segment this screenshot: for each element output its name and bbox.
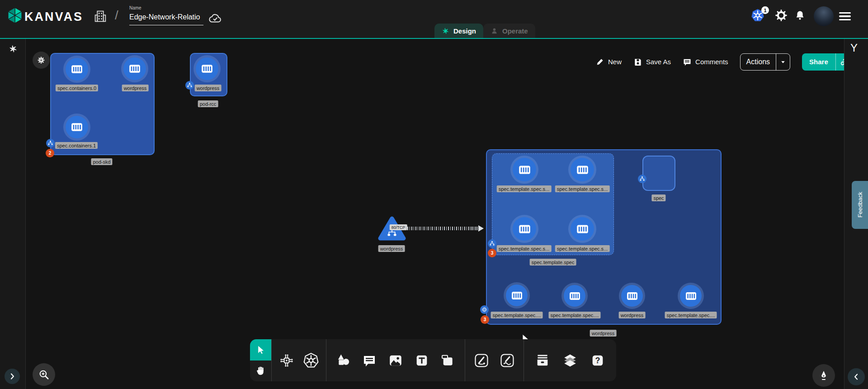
group-relationship-badge[interactable] [638, 175, 646, 183]
feedback-tab[interactable]: Feedback [852, 181, 868, 229]
comments-label: Comments [695, 58, 728, 66]
node-label: spec.template.spec.... [665, 312, 717, 318]
node-template-4[interactable] [571, 217, 594, 241]
shapes-tool[interactable] [335, 351, 353, 370]
save-as-label: Save As [646, 58, 671, 66]
settings-gear-icon[interactable] [775, 9, 788, 22]
drawer-icon [535, 353, 550, 368]
node-bottom-1[interactable] [506, 285, 528, 306]
tree-icon [639, 176, 645, 182]
layers-icon [562, 353, 578, 368]
tree-icon [47, 140, 53, 146]
group-count-badge[interactable]: 3 [481, 315, 489, 324]
tab-design[interactable]: Design [434, 24, 483, 38]
notifications-bell-icon[interactable] [794, 9, 806, 21]
edge-service-to-deployment[interactable] [406, 227, 479, 230]
group-count-badge[interactable]: 2 [46, 149, 54, 157]
node-label: spec.template.spec.... [549, 312, 601, 318]
y-panel-icon[interactable]: Y [850, 42, 858, 54]
components-tool[interactable] [278, 351, 296, 370]
node-label: wordpress [378, 245, 405, 252]
node-label: spec.containers.1 [55, 142, 98, 149]
edge-draw-tool[interactable] [472, 351, 491, 370]
kubernetes-components-tool[interactable] [302, 351, 320, 370]
node-label: wordpress [122, 85, 149, 91]
group-relationship-badge[interactable] [46, 139, 55, 147]
node-bottom-2[interactable] [564, 285, 585, 307]
group-label: pod-skd [91, 158, 112, 165]
canvas-action-bar: New Save As Comments Actions Share [596, 53, 852, 71]
edge-port-label: 80/TCP [390, 224, 407, 230]
expand-left-panel-button[interactable] [5, 369, 20, 384]
note-tool[interactable] [439, 351, 457, 370]
node-spec-containers-1[interactable] [66, 116, 88, 138]
comments-button[interactable]: Comments [683, 57, 728, 66]
text-tool[interactable] [413, 351, 431, 370]
edge-arrowhead-icon [478, 225, 484, 232]
group-spec-template-spec[interactable] [492, 153, 614, 255]
text-icon [415, 353, 429, 368]
tab-operate[interactable]: Operate [483, 24, 535, 38]
actions-split-button[interactable]: Actions [740, 53, 790, 71]
group-spec[interactable] [642, 156, 675, 191]
design-pen-button[interactable] [812, 364, 835, 387]
group-relationship-badge[interactable] [488, 239, 496, 248]
tree-icon [489, 241, 495, 247]
container-icon [626, 289, 639, 303]
kanvas-logo-icon [6, 6, 24, 25]
layers-tool[interactable] [561, 351, 579, 370]
design-name-input[interactable]: Edge-Network-Relatio [129, 13, 203, 25]
user-avatar[interactable] [814, 6, 834, 26]
container-icon [518, 163, 532, 177]
comment-icon [362, 353, 377, 368]
zoom-button[interactable] [33, 363, 55, 386]
drawer-tool[interactable] [533, 351, 552, 370]
container-icon [576, 163, 590, 177]
chip-icon [279, 353, 294, 368]
menu-hamburger-icon[interactable] [839, 12, 851, 20]
node-rcc-wordpress[interactable] [196, 57, 218, 80]
pen-path-icon [474, 353, 489, 368]
image-icon [388, 353, 403, 368]
container-icon [576, 222, 590, 236]
caret-down-icon [779, 58, 787, 66]
breadcrumb-separator: / [115, 8, 118, 23]
freehand-draw-tool[interactable] [498, 351, 516, 370]
group-relationship-badge[interactable] [480, 305, 489, 314]
node-bottom-4[interactable] [680, 285, 702, 307]
shapes-icon [336, 353, 351, 368]
design-name-field[interactable]: Name Edge-Network-Relatio [129, 5, 203, 25]
new-button[interactable]: New [596, 57, 622, 66]
actions-dropdown-toggle[interactable] [776, 54, 790, 70]
pan-tool[interactable] [250, 361, 271, 381]
node-template-3[interactable] [513, 217, 536, 241]
organization-icon[interactable] [93, 9, 108, 24]
node-bottom-wordpress[interactable] [621, 285, 643, 307]
feedback-label: Feedback [857, 192, 863, 218]
share-label[interactable]: Share [802, 53, 835, 71]
help-button[interactable] [589, 351, 607, 370]
actions-label[interactable]: Actions [741, 54, 776, 70]
dot-grid-button[interactable] [33, 52, 50, 69]
expand-right-panel-button[interactable] [848, 368, 865, 385]
search-plus-icon [38, 369, 50, 380]
image-tool[interactable] [387, 351, 405, 370]
node-spec-containers-0[interactable] [66, 58, 88, 81]
select-tool[interactable] [250, 339, 271, 361]
tree-icon [187, 82, 193, 88]
container-icon [518, 222, 532, 236]
group-label: spec [651, 194, 665, 201]
node-template-1[interactable] [513, 158, 536, 181]
brand-title: KANVAS [24, 10, 83, 24]
group-count-badge[interactable]: 3 [488, 249, 496, 257]
node-skd-wordpress[interactable] [123, 57, 146, 80]
node-label: spec.template.spec.... [491, 312, 543, 318]
comment-tool[interactable] [360, 351, 378, 370]
design-pinwheel-icon[interactable] [9, 44, 18, 53]
node-template-2[interactable] [571, 158, 594, 181]
container-icon [510, 289, 524, 302]
group-relationship-badge[interactable] [185, 81, 194, 90]
sphere-icon [481, 307, 487, 313]
save-as-button[interactable]: Save As [633, 57, 671, 66]
cloud-saved-icon [207, 12, 223, 25]
